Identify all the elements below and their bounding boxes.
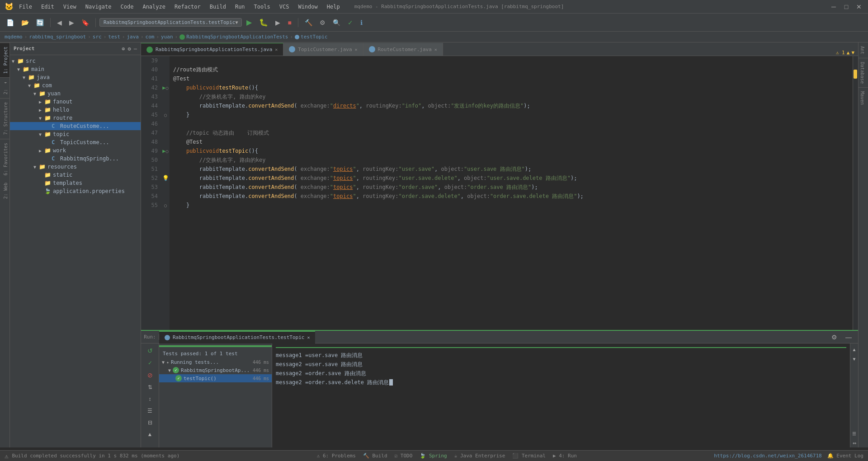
run-tests-button[interactable]: ✓ xyxy=(146,358,154,368)
menu-edit[interactable]: Edit xyxy=(39,3,56,11)
fold-icon[interactable]: ○ xyxy=(164,113,167,118)
breakpoint-icon[interactable]: ○ xyxy=(166,149,169,154)
vcs-button[interactable]: ✓ xyxy=(345,17,356,28)
java-enterprise-tab[interactable]: ☕ Java Enterprise xyxy=(451,453,509,459)
sort-alpha-button[interactable]: ↕ xyxy=(147,394,153,404)
breakpoint-icon[interactable]: ○ xyxy=(166,85,169,90)
maven-tab[interactable]: Maven xyxy=(859,88,868,108)
scroll-up-btn[interactable]: ▲ xyxy=(146,429,155,439)
test-running-item[interactable]: ▼ ✦ Running tests... 446 ms xyxy=(159,358,272,366)
maximize-button[interactable]: □ xyxy=(842,2,851,11)
tab-close-icon[interactable]: ✕ xyxy=(275,47,278,52)
fold-icon[interactable]: ○ xyxy=(164,203,167,208)
search-button[interactable]: 🔍 xyxy=(330,17,343,28)
structure-tab[interactable]: 7: Structure xyxy=(0,98,9,138)
unknown-tab-2[interactable]: 2: ☁ xyxy=(0,77,9,98)
tree-appprops[interactable]: 🍃 application.properties xyxy=(10,187,141,195)
inspect-button[interactable]: ℹ xyxy=(358,17,365,28)
scroll-up-icon[interactable]: ▲ xyxy=(847,50,850,56)
tree-templates[interactable]: 📁 templates xyxy=(10,179,141,187)
tree-topic[interactable]: ▼ 📁 topic xyxy=(10,130,141,138)
sidebar-locate-icon[interactable]: ⊕ xyxy=(122,46,125,52)
gutter-42[interactable]: ▶ ○ xyxy=(162,83,169,92)
minimize-button[interactable]: ─ xyxy=(829,2,838,11)
url-link[interactable]: https://blog.csdn.net/weixn_26146718 xyxy=(714,453,821,459)
breadcrumb-com[interactable]: com xyxy=(146,34,155,40)
tree-fanout[interactable]: ▶ 📁 fanout xyxy=(10,98,141,106)
breadcrumb-mqdemo[interactable]: mqdemo xyxy=(5,34,23,40)
web-tab[interactable]: 2: Web xyxy=(0,179,9,202)
menu-file[interactable]: File xyxy=(17,3,34,11)
project-tab[interactable]: 1: Project xyxy=(0,42,9,77)
tab-topiccustomer[interactable]: TopicCustomer.java ✕ xyxy=(283,43,363,56)
tree-yuan[interactable]: ▼ 📁 yuan xyxy=(10,89,141,98)
terminal-tab[interactable]: ⬛ Terminal xyxy=(509,453,549,459)
back-button[interactable]: ◀ xyxy=(54,17,65,28)
tree-resources[interactable]: ▼ 📁 resources xyxy=(10,163,141,171)
breadcrumb-test[interactable]: test xyxy=(108,34,120,40)
code-content[interactable]: //route路由模式 @Test public void testRoute(… xyxy=(170,56,853,330)
bottom-panel-controls[interactable]: ⚙ — xyxy=(825,332,858,343)
collapse-button[interactable]: ⊟ xyxy=(146,418,154,428)
event-log-link[interactable]: 🔔 Event Log xyxy=(827,453,863,459)
window-controls[interactable]: ─ □ ✕ xyxy=(829,2,863,11)
breadcrumb-yuan[interactable]: yuan xyxy=(161,34,173,40)
run-configuration-selector[interactable]: RabbitmqSpringbootApplicationTests.testT… xyxy=(99,18,242,27)
settings-icon[interactable]: ⚙ xyxy=(829,332,840,343)
menu-run[interactable]: Run xyxy=(233,3,247,11)
run-gutter-icon[interactable]: ▶ xyxy=(162,85,165,91)
menu-bar[interactable]: File Edit View Navigate Code Analyze Ref… xyxy=(17,3,342,11)
breadcrumb-method[interactable]: testTopic xyxy=(295,34,328,40)
stop-tests-button[interactable]: ⊘ xyxy=(146,370,155,381)
tree-work[interactable]: ▶ 📁 work xyxy=(10,146,141,155)
ant-tab[interactable]: Ant xyxy=(859,42,868,58)
tab-rabbitmqtests[interactable]: RabbitmqSpringbootApplicationTests.java … xyxy=(141,43,283,56)
menu-code[interactable]: Code xyxy=(119,3,136,11)
scroll-up-output[interactable]: ▲ xyxy=(850,345,858,354)
tab-routecustomer[interactable]: RouteCustomer.java ✕ xyxy=(363,43,443,56)
menu-analyze[interactable]: Analyze xyxy=(141,3,167,11)
tab-close-icon[interactable]: ✕ xyxy=(434,47,437,52)
sort-button[interactable]: ⇅ xyxy=(146,382,154,392)
scroll-down-output[interactable]: ▼ xyxy=(850,355,858,363)
scroll-down-icon[interactable]: ▼ xyxy=(851,50,854,56)
run-gutter-icon[interactable]: ▶ xyxy=(162,148,165,154)
menu-help[interactable]: Help xyxy=(325,3,342,11)
rerun-button[interactable]: ↺ xyxy=(146,345,155,356)
test-method-item[interactable]: ✓ testTopic() 446 ms xyxy=(159,374,272,382)
menu-build[interactable]: Build xyxy=(208,3,228,11)
bulb-icon[interactable]: 💡 xyxy=(162,175,169,181)
gutter-49[interactable]: ▶ ○ xyxy=(162,146,169,155)
tree-rabbitmqspringb[interactable]: C RabbitmqSpringb... xyxy=(10,155,141,163)
forward-button[interactable]: ▶ xyxy=(66,17,77,28)
new-file-button[interactable]: 📄 xyxy=(4,17,17,28)
open-button[interactable]: 📂 xyxy=(19,17,32,28)
build-button[interactable]: 🔨 xyxy=(302,17,315,28)
menu-view[interactable]: View xyxy=(61,3,78,11)
run-tab-close[interactable]: ✕ xyxy=(307,335,310,340)
test-output[interactable]: message1 =user.save 路由消息 message2 =user.… xyxy=(272,343,850,447)
menu-refactor[interactable]: Refactor xyxy=(173,3,203,11)
format-output-btn[interactable]: ☰ xyxy=(850,429,858,438)
settings-button[interactable]: ⚙ xyxy=(317,17,328,28)
minimize-panel-icon[interactable]: — xyxy=(843,332,854,343)
tree-src[interactable]: ▼ 📁 src xyxy=(10,57,141,65)
tree-hello[interactable]: ▶ 📁 hello xyxy=(10,106,141,114)
sidebar-icons[interactable]: ⊕ ⚙ — xyxy=(122,46,137,52)
menu-navigate[interactable]: Navigate xyxy=(84,3,113,11)
editor-scrollbar[interactable] xyxy=(853,56,858,330)
menu-vcs[interactable]: VCS xyxy=(278,3,291,11)
sync-button[interactable]: 🔄 xyxy=(33,17,47,28)
stop-button[interactable]: ■ xyxy=(285,17,294,28)
debug-button[interactable]: 🐛 xyxy=(256,16,271,28)
expand-button[interactable]: ☰ xyxy=(146,406,154,416)
breadcrumb-rabbitmq[interactable]: rabbitmq_springboot xyxy=(29,34,86,40)
bookmark-button[interactable]: 🔖 xyxy=(79,17,92,28)
menu-tools[interactable]: Tools xyxy=(252,3,272,11)
menu-window[interactable]: Window xyxy=(296,3,319,11)
tree-routre[interactable]: ▼ 📁 routre xyxy=(10,114,141,122)
tree-routecustomer[interactable]: C RouteCustome... xyxy=(10,122,141,130)
run-bottom-tab[interactable]: ▶ 4: Run xyxy=(549,453,580,459)
sidebar-collapse-icon[interactable]: — xyxy=(134,46,137,52)
close-button[interactable]: ✕ xyxy=(854,2,863,11)
